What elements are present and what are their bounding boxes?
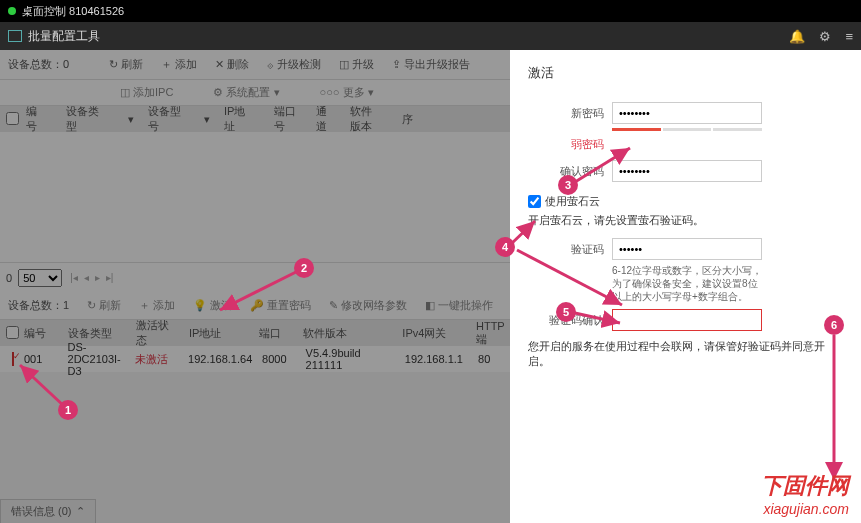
filter-icon[interactable]: ▾ xyxy=(204,113,224,126)
annotation-marker-3: 3 xyxy=(558,175,578,195)
toolbar-lower: 设备总数：1 ↻ 刷新 ＋ 添加 💡 激活 🔑 重置密码 ✎ 修改网络参数 ◧ … xyxy=(0,292,510,320)
status-dot-icon xyxy=(8,7,16,15)
pager-zero: 0 xyxy=(6,272,12,284)
password-strength xyxy=(612,128,762,131)
verify-code-label: 验证码 xyxy=(528,242,604,257)
menu-icon[interactable]: ≡ xyxy=(845,29,853,44)
app-header: 批量配置工具 🔔 ⚙ ≡ xyxy=(0,22,861,50)
col-channel: 通道 xyxy=(316,104,350,134)
new-password-label: 新密码 xyxy=(528,106,604,121)
watermark-line2: xiagujian.com xyxy=(761,501,849,517)
col-ip: IP地址 xyxy=(183,326,253,341)
verify-code-row: 验证码 xyxy=(528,238,843,260)
refresh-button-2[interactable]: ↻ 刷新 xyxy=(87,298,121,313)
more-button[interactable]: ○○○ 更多 ▾ xyxy=(320,85,374,100)
first-page-icon[interactable]: |◂ xyxy=(70,272,78,283)
pager-arrows: |◂ ◂ ▸ ▸| xyxy=(70,272,113,283)
ezviz-row: 使用萤石云 xyxy=(528,194,843,209)
confirm-password-input[interactable] xyxy=(612,160,762,182)
filter-icon[interactable]: ▾ xyxy=(128,113,148,126)
table-row[interactable]: 001 DS-2DC2103I-D3 未激活 192.168.1.64 8000… xyxy=(0,346,510,372)
bell-icon[interactable]: 🔔 xyxy=(789,29,805,44)
col-devtype: 设备类型 xyxy=(62,326,130,341)
annotation-marker-6: 6 xyxy=(824,315,844,335)
header-actions: 🔔 ⚙ ≡ xyxy=(789,29,853,44)
prev-page-icon[interactable]: ◂ xyxy=(84,272,89,283)
annotation-marker-1: 1 xyxy=(58,400,78,420)
panel-note: 您开启的服务在使用过程中会联网，请保管好验证码并同意开启。 xyxy=(528,339,843,369)
next-page-icon[interactable]: ▸ xyxy=(95,272,100,283)
col-version: 软件版本 xyxy=(297,326,397,341)
col-devtype: 设备类型 xyxy=(66,104,128,134)
error-info-tab[interactable]: 错误信息 (0) ⌃ xyxy=(0,499,96,523)
col-index: 编号 xyxy=(18,326,62,341)
last-page-icon[interactable]: ▸| xyxy=(106,272,114,283)
add-button[interactable]: ＋ 添加 xyxy=(161,57,197,72)
onekey-button[interactable]: ◧ 一键批操作 xyxy=(425,298,493,313)
reset-password-button[interactable]: 🔑 重置密码 xyxy=(250,298,311,313)
toolbar-second: ◫ 添加IPC ⚙ 系统配置 ▾ ○○○ 更多 ▾ xyxy=(0,80,510,106)
col-port: 端口 xyxy=(253,326,297,341)
app-title: 批量配置工具 xyxy=(28,28,100,45)
gear-icon[interactable]: ⚙ xyxy=(819,29,831,44)
window-titlebar: 桌面控制 810461526 xyxy=(0,0,861,22)
cell-status: 未激活 xyxy=(129,352,182,367)
new-password-input[interactable] xyxy=(612,102,762,124)
device-count-top: 设备总数：0 xyxy=(8,57,69,72)
cell-http: 80 xyxy=(472,353,510,365)
col-ip: IP地址 xyxy=(224,104,274,134)
table-header-top: 编号 设备类型 ▾ 设备型号 ▾ IP地址 端口号 通道 软件版本 序 xyxy=(0,106,510,132)
device-count-lower: 设备总数：1 xyxy=(8,298,69,313)
ezviz-checkbox[interactable] xyxy=(528,195,541,208)
add-ipc-button[interactable]: ◫ 添加IPC xyxy=(120,85,173,100)
upgrade-button[interactable]: ◫ 升级 xyxy=(339,57,374,72)
verify-hint: 6-12位字母或数字，区分大小写，为了确保设备安全，建议设置8位以上的大小写字母… xyxy=(612,264,762,303)
activate-button[interactable]: 💡 激活 xyxy=(193,298,232,313)
col-gateway: IPv4网关 xyxy=(396,326,470,341)
ezviz-label: 使用萤石云 xyxy=(545,194,600,209)
weak-password-row: 弱密码 xyxy=(528,137,843,152)
cell-type: DS-2DC2103I-D3 xyxy=(62,341,130,377)
annotation-marker-5: 5 xyxy=(556,302,576,322)
window-title: 桌面控制 810461526 xyxy=(22,4,124,19)
main-area: 设备总数：0 ↻ 刷新 ＋ 添加 ✕ 删除 ⟐ 升级检测 ◫ 升级 ⇪ 导出升级… xyxy=(0,50,861,523)
verify-confirm-input[interactable] xyxy=(612,309,762,331)
annotation-marker-2: 2 xyxy=(294,258,314,278)
delete-button[interactable]: ✕ 删除 xyxy=(215,57,249,72)
col-status: 激活状态 xyxy=(130,318,183,348)
export-button[interactable]: ⇪ 导出升级报告 xyxy=(392,57,470,72)
system-config-button[interactable]: ⚙ 系统配置 ▾ xyxy=(213,85,279,100)
col-model: 设备型号 xyxy=(148,104,204,134)
cell-gateway: 192.168.1.1 xyxy=(399,353,472,365)
verify-code-input[interactable] xyxy=(612,238,762,260)
weak-password-label: 弱密码 xyxy=(528,137,604,152)
panel-title: 激活 xyxy=(528,64,843,82)
empty-table-body xyxy=(0,132,510,262)
app-logo-icon xyxy=(8,30,22,42)
watermark-line1: 下固件网 xyxy=(761,471,849,501)
upgrade-check-button[interactable]: ⟐ 升级检测 xyxy=(267,57,321,72)
chevron-up-icon: ⌃ xyxy=(76,505,85,518)
ezviz-hint: 开启萤石云，请先设置萤石验证码。 xyxy=(528,213,843,228)
select-all-checkbox[interactable] xyxy=(6,112,19,125)
add-button-2[interactable]: ＋ 添加 xyxy=(139,298,175,313)
col-index: 编号 xyxy=(26,104,66,134)
cell-version: V5.4.9build 211111 xyxy=(300,347,399,371)
edit-network-button[interactable]: ✎ 修改网络参数 xyxy=(329,298,407,313)
pager: 0 50 |◂ ◂ ▸ ▸| xyxy=(0,262,510,292)
col-serial: 序 xyxy=(402,112,433,127)
cell-port: 8000 xyxy=(256,353,300,365)
activate-panel: 激活 新密码 弱密码 确认密码 使用萤石云 开启萤石云，请先设置萤石验证码。 xyxy=(510,50,861,523)
new-password-row: 新密码 xyxy=(528,102,843,124)
left-content: 设备总数：0 ↻ 刷新 ＋ 添加 ✕ 删除 ⟐ 升级检测 ◫ 升级 ⇪ 导出升级… xyxy=(0,50,510,372)
refresh-button[interactable]: ↻ 刷新 xyxy=(109,57,143,72)
row-checkbox[interactable] xyxy=(12,352,14,366)
annotation-marker-4: 4 xyxy=(495,237,515,257)
left-pane: 设备总数：0 ↻ 刷新 ＋ 添加 ✕ 删除 ⟐ 升级检测 ◫ 升级 ⇪ 导出升级… xyxy=(0,50,510,523)
app-frame: 批量配置工具 🔔 ⚙ ≡ 设备总数：0 ↻ 刷新 ＋ 添加 ✕ 删除 ⟐ 升级检… xyxy=(0,22,861,523)
col-port: 端口号 xyxy=(274,104,316,134)
watermark: 下固件网 xiagujian.com xyxy=(761,471,849,517)
cell-index: 001 xyxy=(18,353,62,365)
page-size-select[interactable]: 50 xyxy=(18,269,62,287)
col-version: 软件版本 xyxy=(350,104,402,134)
